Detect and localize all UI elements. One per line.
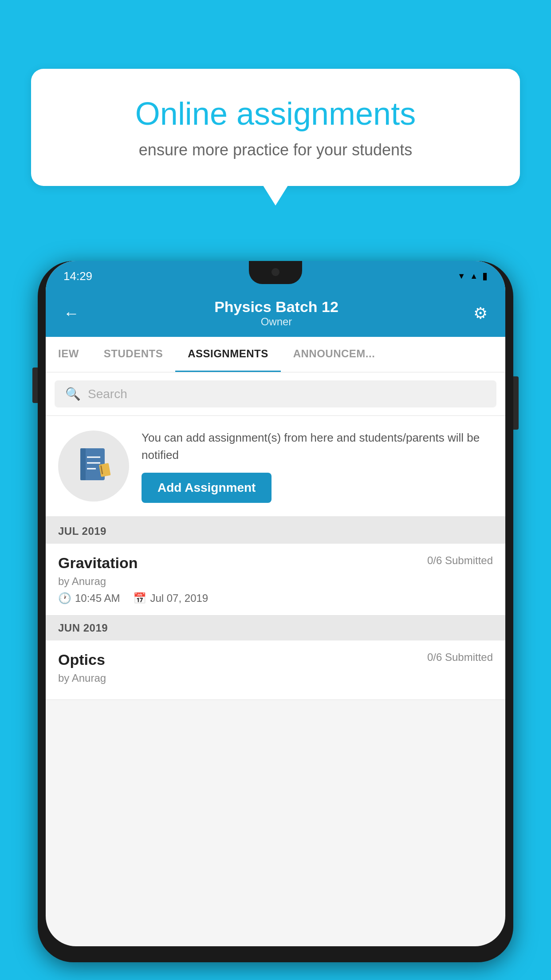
info-banner: You can add assignment(s) from here and … bbox=[46, 416, 505, 519]
assignment-item-gravitation[interactable]: Gravitation 0/6 Submitted by Anurag 🕐 10… bbox=[46, 544, 505, 616]
search-icon: 🔍 bbox=[65, 387, 81, 401]
tabs-bar: IEW STUDENTS ASSIGNMENTS ANNOUNCEM... bbox=[46, 337, 505, 372]
clock-icon: 🕐 bbox=[58, 592, 71, 605]
tab-students[interactable]: STUDENTS bbox=[91, 337, 175, 372]
assignment-name-optics: Optics bbox=[58, 651, 105, 668]
add-assignment-button[interactable]: Add Assignment bbox=[142, 473, 272, 503]
status-time: 14:29 bbox=[63, 269, 92, 283]
time-value: 10:45 AM bbox=[75, 592, 120, 605]
header-title: Physics Batch 12 Owner bbox=[79, 298, 473, 328]
back-button[interactable]: ← bbox=[63, 304, 79, 323]
assignment-item-optics[interactable]: Optics 0/6 Submitted by Anurag bbox=[46, 640, 505, 700]
search-placeholder: Search bbox=[88, 387, 127, 401]
status-bar: 14:29 bbox=[46, 261, 505, 291]
section-header-jul: JUL 2019 bbox=[46, 519, 505, 544]
camera-dot bbox=[272, 268, 279, 276]
header-title-sub: Owner bbox=[79, 316, 473, 328]
svg-rect-1 bbox=[80, 448, 86, 480]
calendar-icon: 📅 bbox=[133, 592, 146, 605]
assignment-by-optics: by Anurag bbox=[58, 672, 493, 684]
notebook-svg bbox=[76, 446, 111, 486]
assignment-top: Gravitation 0/6 Submitted bbox=[58, 554, 493, 572]
search-bar[interactable]: 🔍 Search bbox=[55, 380, 496, 407]
assignment-date: 📅 Jul 07, 2019 bbox=[133, 592, 208, 605]
assignment-name: Gravitation bbox=[58, 554, 138, 572]
speech-bubble-container: Online assignments ensure more practice … bbox=[31, 69, 520, 186]
app-header: ← Physics Batch 12 Owner ⚙ bbox=[46, 291, 505, 337]
signal-icon bbox=[470, 272, 478, 281]
bubble-subtitle: ensure more practice for your students bbox=[62, 141, 489, 159]
notch bbox=[249, 261, 302, 284]
assignment-submitted-optics: 0/6 Submitted bbox=[427, 651, 493, 664]
section-header-jun: JUN 2019 bbox=[46, 616, 505, 640]
info-desc: You can add assignment(s) from here and … bbox=[142, 429, 493, 464]
info-text-area: You can add assignment(s) from here and … bbox=[142, 429, 493, 503]
bubble-title: Online assignments bbox=[62, 95, 489, 132]
speech-bubble: Online assignments ensure more practice … bbox=[31, 69, 520, 186]
tab-assignments[interactable]: ASSIGNMENTS bbox=[175, 337, 281, 372]
phone-screen: 14:29 ← Physics Batch 12 Owner ⚙ bbox=[46, 261, 505, 946]
wifi-icon bbox=[457, 272, 465, 281]
date-value: Jul 07, 2019 bbox=[150, 592, 208, 605]
tab-iew[interactable]: IEW bbox=[46, 337, 91, 372]
notebook-icon-circle bbox=[58, 431, 129, 502]
battery-icon bbox=[482, 270, 488, 282]
assignment-meta: 🕐 10:45 AM 📅 Jul 07, 2019 bbox=[58, 592, 493, 605]
search-container: 🔍 Search bbox=[46, 372, 505, 416]
assignment-submitted: 0/6 Submitted bbox=[427, 554, 493, 567]
assignment-top-optics: Optics 0/6 Submitted bbox=[58, 651, 493, 668]
header-title-main: Physics Batch 12 bbox=[79, 298, 473, 316]
gear-icon[interactable]: ⚙ bbox=[473, 304, 488, 323]
status-icons bbox=[457, 270, 488, 282]
assignment-by: by Anurag bbox=[58, 575, 493, 588]
phone-outer: 14:29 ← Physics Batch 12 Owner ⚙ bbox=[38, 261, 513, 962]
tab-announcements[interactable]: ANNOUNCEM... bbox=[281, 337, 388, 372]
phone-container: 14:29 ← Physics Batch 12 Owner ⚙ bbox=[38, 253, 513, 980]
assignment-time: 🕐 10:45 AM bbox=[58, 592, 120, 605]
